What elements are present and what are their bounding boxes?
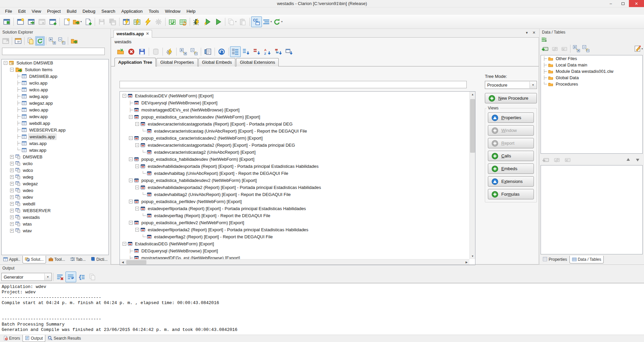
tree-row[interactable]: −estadevhabilidadesportada (Report) [Exp… <box>121 163 469 170</box>
view-list-button[interactable]: ▾ <box>262 16 273 27</box>
left-tab-tool[interactable]: Tool... <box>46 256 67 263</box>
close-app-button[interactable] <box>126 46 137 57</box>
document-list-chevron-icon[interactable]: ▾ <box>526 31 528 35</box>
tree-row[interactable]: └─estadevperftag (Report) [Export] - Rep… <box>121 212 469 219</box>
view-button-embeds[interactable]: Embeds <box>488 163 534 174</box>
app-open-button[interactable] <box>26 16 37 27</box>
collapse-expander-icon[interactable]: − <box>123 242 126 246</box>
expand-expander-icon[interactable]: + <box>10 189 14 192</box>
folder-open-button[interactable]: ▾ <box>72 16 83 27</box>
tree-row[interactable]: +WEBSERVER <box>2 207 108 214</box>
menu-edit[interactable]: Edit <box>15 8 29 14</box>
edit-field-button[interactable] <box>550 44 559 53</box>
scroll-up-icon[interactable]: ▲ <box>470 92 475 97</box>
sort-tree-button[interactable] <box>273 46 284 57</box>
menu-help[interactable]: Help <box>183 8 198 14</box>
collapse-expander-icon[interactable]: − <box>129 136 133 140</box>
generate-table-button[interactable] <box>132 16 142 27</box>
file-add-button[interactable] <box>83 16 93 27</box>
expand-expander-icon[interactable]: + <box>10 222 14 226</box>
scroll-thumb[interactable] <box>470 99 475 153</box>
tree-row[interactable]: ├─wdeg.app <box>2 93 108 100</box>
collapse-expander-icon[interactable]: − <box>129 115 133 119</box>
left-tab-dicti[interactable]: Dicti... <box>88 256 110 263</box>
menu-view[interactable]: View <box>29 8 44 14</box>
tree-row[interactable]: ├─mostrartaggedDEVs_est (NetWebBrowse) [… <box>121 106 469 113</box>
minimize-button[interactable]: – <box>605 0 617 7</box>
tree-row[interactable]: −estadevperfilportada (Report) [Export] … <box>121 205 469 212</box>
tree-row[interactable]: └─estadevhabiltag (UnivAbcReport) [Expor… <box>121 170 469 177</box>
properties-button[interactable] <box>13 36 23 46</box>
vertical-scrollbar[interactable]: ▲ ▼ <box>469 92 475 259</box>
tree-row[interactable]: ├─DEVquerysql (NetWebBrowse) [Export] <box>121 99 469 106</box>
tree-row[interactable]: +westadis <box>2 214 108 221</box>
expand-expander-icon[interactable]: + <box>10 182 14 186</box>
tree-row[interactable]: ├─wclio.app <box>2 80 108 86</box>
view-button-formulas[interactable]: Formulas <box>488 189 534 199</box>
clear-log-button[interactable] <box>55 272 65 282</box>
tree-row[interactable]: ├─DMSWEB.app <box>2 73 108 80</box>
generate-all-button[interactable] <box>142 16 153 27</box>
expand-expander-icon[interactable]: + <box>10 175 14 179</box>
tree-row[interactable]: −estadevperfilportada2 (Report) [Export]… <box>121 226 469 233</box>
tree-row[interactable]: −Solution DMSWEB <box>2 59 108 66</box>
collapse-expander-icon[interactable]: − <box>10 68 14 71</box>
import-app-button[interactable] <box>115 46 126 57</box>
down-arrow-button[interactable] <box>634 156 641 163</box>
braces-button[interactable]: { <box>76 272 87 282</box>
tree-row[interactable]: ├─wtas.app <box>2 140 108 147</box>
tree-row[interactable]: −EstadisticasDEG (NetWebForm) [Export] <box>121 240 469 247</box>
collapse-expander-icon[interactable]: − <box>129 157 133 161</box>
tree-row[interactable]: −estadevcaracteristicastagportada (Repor… <box>121 120 469 128</box>
tab-close-icon[interactable]: ✕ <box>146 32 149 36</box>
paste-button[interactable] <box>237 16 248 27</box>
sort-alpha-button[interactable]: AZ <box>262 46 273 57</box>
tree-mode-select[interactable]: Procedure ▾ <box>485 81 537 89</box>
tree-row[interactable]: −popup_estadistica_perfildev (NetWebForm… <box>121 198 469 205</box>
menu-tools[interactable]: Tools <box>146 8 162 14</box>
scroll-left-icon[interactable]: ◀ <box>120 259 126 265</box>
tree-row[interactable]: −popup_estadistica_habilidadesdev (NetWe… <box>121 156 469 163</box>
collapse-all-button[interactable] <box>57 36 66 46</box>
status-tab-errors[interactable]: Errors <box>1 335 22 342</box>
edit-field-button[interactable] <box>551 154 562 165</box>
tree-row[interactable]: +wtas <box>2 221 108 227</box>
edit-pencil-button[interactable]: ▾ <box>634 44 643 53</box>
collapse-expander-icon[interactable]: − <box>129 179 133 182</box>
database-button[interactable] <box>150 46 161 57</box>
app-add-button[interactable] <box>47 16 58 27</box>
copy-button[interactable] <box>87 272 98 282</box>
status-tab-search-results[interactable]: Search Results <box>45 335 83 342</box>
compile-table-button[interactable] <box>167 16 178 27</box>
copy-button[interactable]: ▾ <box>227 16 237 27</box>
left-tab-solut[interactable]: Solut... <box>22 256 46 263</box>
tree-row[interactable]: ├─wdegaz.app <box>2 100 108 106</box>
document-tab-westadis[interactable]: westadis.app ✕ <box>113 30 152 38</box>
tree-row[interactable]: −popup_estadistica_caracteristicasdev2 (… <box>121 135 469 142</box>
open-folder-button[interactable] <box>70 36 79 46</box>
collapse-expander-icon[interactable]: − <box>129 221 133 225</box>
sync-columns-icon[interactable] <box>541 37 547 43</box>
sort-window-button[interactable] <box>284 46 294 57</box>
save-button[interactable] <box>96 16 107 27</box>
scroll-thumb-h[interactable] <box>126 260 146 264</box>
expand-expander-icon[interactable]: + <box>10 202 14 206</box>
expand-expander-icon[interactable]: + <box>10 162 14 165</box>
view-button-extensions[interactable]: Extensions <box>488 176 534 187</box>
tree-row[interactable]: +wclio <box>2 160 108 167</box>
view-button-calls[interactable]: Calls <box>488 151 534 161</box>
collapse-all-button[interactable] <box>581 44 591 53</box>
tree-row[interactable]: +wdeg <box>2 174 108 180</box>
code-completion-button[interactable]: CC <box>251 16 262 27</box>
filter-search-button[interactable] <box>467 81 475 89</box>
tree-row[interactable]: ├─Other Files <box>541 55 642 62</box>
tree-row[interactable]: └─wtav.app <box>2 147 108 153</box>
tree-row[interactable]: +wdco <box>2 167 108 174</box>
add-field-button[interactable] <box>541 154 551 165</box>
tab-global-extensions[interactable]: Global Extensions <box>236 58 279 66</box>
menu-file[interactable]: File <box>2 8 15 14</box>
collapse-expander-icon[interactable]: − <box>135 122 139 126</box>
menu-debug[interactable]: Debug <box>80 8 98 14</box>
expand-all-button[interactable] <box>572 44 581 53</box>
tab-global-embeds[interactable]: Global Embeds <box>198 58 236 66</box>
